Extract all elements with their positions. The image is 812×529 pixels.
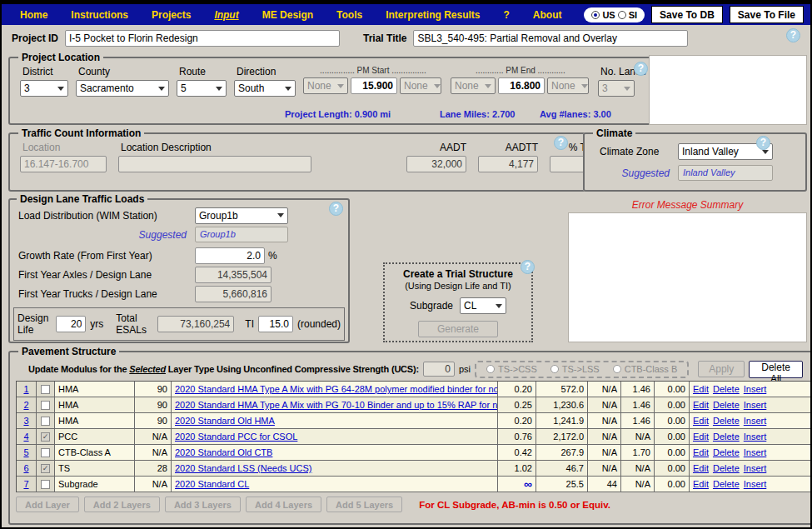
direction-select[interactable]: South: [234, 80, 296, 97]
layer-value-4: N/A: [621, 461, 655, 476]
project-id-input[interactable]: [65, 30, 340, 47]
header-help-icon[interactable]: ?: [786, 28, 800, 42]
layer-material-link[interactable]: 2020 Standard Old CTB: [175, 447, 272, 457]
insert-link[interactable]: Insert: [744, 384, 767, 394]
us-units-radio[interactable]: [591, 11, 600, 19]
ti-input[interactable]: [258, 316, 293, 332]
route-select[interactable]: 5: [177, 80, 227, 97]
layer-table: 1 HMA 90 2020 Standard HMA Type A Mix wi…: [16, 381, 812, 492]
trial-title-input[interactable]: [413, 30, 688, 47]
wim-label: Load Distribution (WIM Station): [18, 210, 195, 222]
nav-me-design[interactable]: ME Design: [251, 9, 325, 21]
traffic-count-title: Traffic Count Information: [18, 127, 144, 139]
layer-number-link[interactable]: 5: [23, 447, 28, 457]
save-to-db-button[interactable]: Save To DB: [651, 6, 723, 23]
nav-home[interactable]: Home: [8, 9, 59, 21]
layer-value-5: 0.00: [655, 429, 690, 444]
climate-help-icon[interactable]: ?: [756, 136, 770, 150]
delete-all-button[interactable]: Delete All: [749, 361, 803, 378]
aadt-label: AADT: [406, 142, 466, 153]
delete-link[interactable]: Delete: [713, 400, 740, 410]
layer-number-link[interactable]: 3: [23, 416, 28, 426]
project-location-help-icon[interactable]: ?: [634, 62, 648, 76]
insert-link[interactable]: Insert: [744, 479, 767, 489]
save-to-file-button[interactable]: Save To File: [730, 6, 804, 23]
traffic-count-help-icon[interactable]: ?: [554, 136, 568, 150]
layer-checkbox[interactable]: [41, 401, 50, 410]
table-row: 2 HMA 90 2020 Standard HMA Type A Mix wi…: [17, 397, 812, 413]
nav-projects[interactable]: Projects: [140, 9, 202, 21]
layer-material-link[interactable]: 2020 Standard PCC for CSOL: [175, 432, 297, 442]
layer-checkbox[interactable]: [41, 417, 50, 426]
trial-structure-help-icon[interactable]: ?: [521, 260, 535, 274]
ctb-class-b-radio: [613, 365, 621, 373]
pm-end-input[interactable]: [498, 77, 545, 94]
layer-checkbox[interactable]: [41, 385, 50, 394]
district-select[interactable]: 3: [20, 80, 68, 97]
design-loads-help-icon[interactable]: ?: [329, 202, 343, 216]
delete-link[interactable]: Delete: [713, 384, 740, 394]
layer-number-link[interactable]: 4: [23, 432, 28, 442]
delete-link[interactable]: Delete: [713, 432, 740, 442]
layer-number-link[interactable]: 6: [23, 463, 28, 473]
ti-rounded-note: (rounded): [297, 318, 341, 330]
edit-link[interactable]: Edit: [693, 479, 709, 489]
layer-number-link[interactable]: 1: [23, 384, 28, 394]
layer-checkbox[interactable]: [41, 432, 50, 442]
design-loads-section: Design Lane Traffic Loads ? Load Distrib…: [8, 193, 350, 343]
nav-help[interactable]: ?: [492, 9, 521, 21]
design-life-input[interactable]: [56, 316, 86, 332]
subgrade-select[interactable]: CL: [460, 297, 506, 314]
county-select[interactable]: Sacramento: [76, 80, 169, 97]
insert-link[interactable]: Insert: [744, 432, 767, 442]
layer-material-link[interactable]: 2020 Standard LSS (Needs UCS): [175, 463, 311, 473]
edit-link[interactable]: Edit: [693, 416, 709, 426]
layer-number-link[interactable]: 2: [23, 400, 28, 410]
nav-instructions[interactable]: Instructions: [59, 9, 140, 21]
edit-link[interactable]: Edit: [693, 463, 709, 473]
nav-about[interactable]: About: [521, 9, 574, 21]
layer-value-3: N/A: [588, 445, 621, 460]
first-year-axles-label: First Year Axles / Design Lane: [18, 269, 195, 281]
nav-input[interactable]: Input: [202, 9, 250, 21]
si-units-radio[interactable]: [618, 11, 626, 19]
layer-checkbox[interactable]: [41, 464, 50, 473]
edit-link[interactable]: Edit: [693, 432, 709, 442]
layer-thickness: N/A: [135, 477, 172, 492]
insert-link[interactable]: Insert: [744, 463, 767, 473]
layer-value-3: N/A: [588, 382, 621, 397]
layer-value-4: 1.70: [621, 445, 655, 460]
pm-start-input[interactable]: [351, 77, 397, 94]
delete-link[interactable]: Delete: [713, 479, 740, 489]
insert-link[interactable]: Insert: [744, 447, 767, 457]
layer-material-link[interactable]: 2020 Standard HMA Type A Mix with PG 64-…: [175, 384, 498, 394]
growth-rate-input[interactable]: [195, 247, 265, 264]
nav-tools[interactable]: Tools: [325, 9, 374, 21]
project-location-title: Project Location: [18, 52, 103, 63]
layer-type: PCC: [55, 429, 135, 444]
layer-material-link[interactable]: 2020 Standard Old HMA: [175, 416, 275, 426]
nav-interpreting-results[interactable]: Interpreting Results: [374, 9, 491, 21]
table-row: 5 CTB-Class A N/A 2020 Standard Old CTB …: [17, 445, 812, 461]
insert-link[interactable]: Insert: [744, 416, 767, 426]
edit-link[interactable]: Edit: [693, 400, 709, 410]
layer-type: HMA: [55, 397, 135, 412]
location-input: [20, 156, 107, 172]
edit-link[interactable]: Edit: [693, 384, 709, 394]
layer-checkbox[interactable]: [41, 480, 50, 489]
layer-material-link[interactable]: 2020 Standard CL: [175, 479, 249, 489]
us-units-label: US: [602, 10, 615, 20]
wim-select[interactable]: Group1b: [195, 207, 288, 224]
insert-link[interactable]: Insert: [744, 400, 767, 410]
edit-link[interactable]: Edit: [693, 447, 709, 457]
location-label: Location: [20, 142, 107, 153]
layer-value-1: 1.02: [498, 461, 536, 476]
layer-checkbox[interactable]: [41, 448, 50, 457]
delete-link[interactable]: Delete: [713, 416, 740, 426]
layer-material-link[interactable]: 2020 Standard HMA Type A Mix with PG 70-…: [175, 400, 498, 410]
delete-link[interactable]: Delete: [713, 447, 740, 457]
delete-link[interactable]: Delete: [713, 463, 740, 473]
trial-structure-title: Create a Trial Structure: [390, 268, 526, 280]
layer-number-link[interactable]: 7: [23, 479, 28, 489]
route-label: Route: [177, 66, 227, 77]
